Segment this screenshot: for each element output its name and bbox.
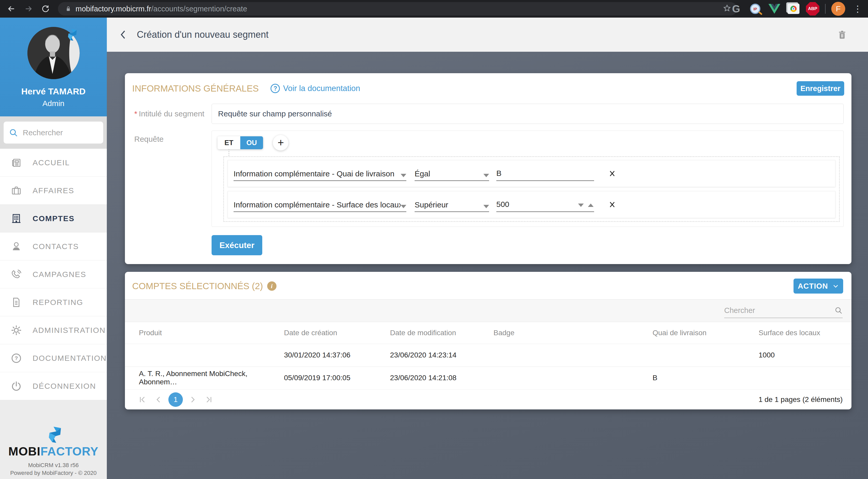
query-label: Requête xyxy=(132,131,212,143)
sidebar-item-reporting[interactable]: REPORTING xyxy=(0,288,107,316)
column-header[interactable]: Quai de livraison xyxy=(650,322,756,344)
operator-or-button[interactable]: OU xyxy=(240,136,263,149)
info-icon[interactable]: i xyxy=(267,281,277,291)
remove-condition-button[interactable] xyxy=(607,199,618,210)
screenshot-extension-icon[interactable] xyxy=(787,2,800,15)
browser-back-icon[interactable] xyxy=(6,3,17,14)
report-icon xyxy=(10,296,22,308)
google-extension-icon[interactable]: G xyxy=(730,2,743,15)
cell-date-modification: 23/06/2020 14:21:08 xyxy=(388,366,491,389)
cell-produit: A. T. R., Abonnement MobiCheck, Abonnem… xyxy=(125,366,281,389)
condition-operator-select[interactable]: Supérieur xyxy=(414,197,489,212)
stepper-up-icon[interactable] xyxy=(588,203,594,207)
sidebar-search xyxy=(0,117,107,149)
required-asterisk: * xyxy=(134,109,137,118)
avatar[interactable] xyxy=(27,27,80,79)
documentation-link[interactable]: ? Voir la documentation xyxy=(271,84,360,93)
add-condition-button[interactable]: + xyxy=(273,135,288,151)
chevron-down-icon xyxy=(832,283,839,289)
sidebar-item-documentation[interactable]: ? DOCUMENTATION xyxy=(0,344,107,372)
sidebar-item-deconnexion[interactable]: DÉCONNEXION xyxy=(0,372,107,400)
browser-refresh-icon[interactable] xyxy=(40,3,51,14)
column-header[interactable]: Produit xyxy=(125,322,281,344)
column-header[interactable]: Surface des locaux xyxy=(756,322,851,344)
newspaper-icon xyxy=(10,157,22,169)
pagination: 1 1 de 1 pages (2 éléments) xyxy=(125,389,851,409)
cell-quai: B xyxy=(650,366,756,389)
page-title: Création d'un nouveau segment xyxy=(137,29,269,40)
svg-text:?: ? xyxy=(15,355,18,361)
column-header[interactable]: Badge xyxy=(491,322,650,344)
table-row[interactable]: A. T. R., Abonnement MobiCheck, Abonnem…… xyxy=(125,366,851,389)
sidebar-item-comptes[interactable]: COMPTES xyxy=(0,204,107,232)
browser-profile-avatar[interactable]: F xyxy=(831,2,845,16)
url-text: mobifactory.mobicrm.fr/accounts/segmenti… xyxy=(75,5,247,13)
segment-name-input[interactable] xyxy=(212,104,844,124)
back-button[interactable] xyxy=(116,27,131,42)
save-button[interactable]: Enregistrer xyxy=(797,81,844,96)
column-header[interactable]: Date de création xyxy=(281,322,388,344)
mobifactory-bird-logo xyxy=(43,426,64,444)
ip-lookup-extension-icon[interactable]: IP xyxy=(748,2,762,15)
address-bar[interactable]: mobifactory.mobicrm.fr/accounts/segmenti… xyxy=(58,2,737,15)
condition-value-wrap xyxy=(496,166,594,181)
sidebar-item-accueil[interactable]: ACCUEIL xyxy=(0,149,107,177)
trash-icon[interactable] xyxy=(834,27,850,42)
user-panel: Hervé TAMARD Admin xyxy=(0,18,107,117)
action-button[interactable]: ACTION xyxy=(794,279,843,293)
main-area: Création d'un nouveau segment INFORMATIO… xyxy=(107,18,868,479)
operator-and-button[interactable]: ET xyxy=(218,136,240,149)
page-number-button[interactable]: 1 xyxy=(168,392,183,407)
sidebar-item-contacts[interactable]: CONTACTS xyxy=(0,232,107,260)
chevron-down-icon xyxy=(401,205,406,208)
chevron-down-icon xyxy=(484,174,489,177)
phone-icon xyxy=(10,268,22,280)
power-icon xyxy=(10,380,22,392)
number-stepper[interactable] xyxy=(578,203,594,208)
search-input[interactable] xyxy=(23,128,123,137)
sidebar-item-campagnes[interactable]: CAMPAGNES xyxy=(0,260,107,288)
browser-menu-icon[interactable]: ⋮ xyxy=(851,2,864,15)
pagination-summary: 1 de 1 pages (2 éléments) xyxy=(758,395,843,404)
cell-surface: 1000 xyxy=(756,344,851,366)
conditions-group: Information complémentaire - Quai de liv… xyxy=(223,156,840,222)
adblock-icon[interactable]: ABP xyxy=(806,2,819,15)
briefcase-icon xyxy=(10,185,22,197)
query-connector xyxy=(228,149,229,156)
table-search-input[interactable] xyxy=(724,306,834,315)
remove-condition-button[interactable] xyxy=(607,168,618,179)
cell-date-creation: 05/09/2019 17:00:05 xyxy=(281,366,388,389)
user-role: Admin xyxy=(42,99,64,108)
sidebar-footer: MOBIFACTORY MobiCRM v1.38 r56 Powered by… xyxy=(0,400,107,479)
browser-forward-icon[interactable] xyxy=(23,3,34,14)
table-header-row: Produit Date de création Date de modific… xyxy=(125,322,851,344)
table-row[interactable]: 30/01/2020 14:37:06 23/06/2020 14:23:14 … xyxy=(125,344,851,366)
chevron-down-icon xyxy=(484,205,489,208)
operator-toggle: ET OU xyxy=(218,136,263,149)
last-page-button[interactable] xyxy=(203,393,215,406)
stepper-down-icon[interactable] xyxy=(578,203,584,207)
column-header[interactable]: Date de modification xyxy=(388,322,491,344)
cell-badge xyxy=(491,366,650,389)
first-page-button[interactable] xyxy=(136,393,149,406)
browser-chrome: mobifactory.mobicrm.fr/accounts/segmenti… xyxy=(0,0,868,18)
next-page-button[interactable] xyxy=(186,393,199,406)
brand-logo: MOBIFACTORY xyxy=(8,444,98,458)
condition-field-select[interactable]: Information complémentaire - Quai de liv… xyxy=(234,166,406,181)
condition-row: Information complémentaire - Quai de liv… xyxy=(227,160,835,187)
app-version: MobiCRM v1.38 r56 xyxy=(28,462,79,469)
cell-surface xyxy=(756,366,851,389)
condition-value-wrap xyxy=(496,197,594,212)
help-icon: ? xyxy=(10,352,22,364)
condition-operator-select[interactable]: Égal xyxy=(414,166,489,181)
sidebar-item-administration[interactable]: ADMINISTRATION xyxy=(0,316,107,344)
condition-field-select[interactable]: Information complémentaire - Surface des… xyxy=(234,197,406,212)
condition-value-input[interactable] xyxy=(496,166,594,181)
query-builder: ET OU + Information complémentaire - Qua… xyxy=(212,131,844,227)
execute-button[interactable]: Exécuter xyxy=(212,235,262,255)
sidebar-item-affaires[interactable]: AFFAIRES xyxy=(0,177,107,204)
prev-page-button[interactable] xyxy=(152,393,165,406)
cell-quai xyxy=(650,344,756,366)
toolbar-divider xyxy=(825,4,826,14)
vue-devtools-icon[interactable] xyxy=(768,2,781,15)
